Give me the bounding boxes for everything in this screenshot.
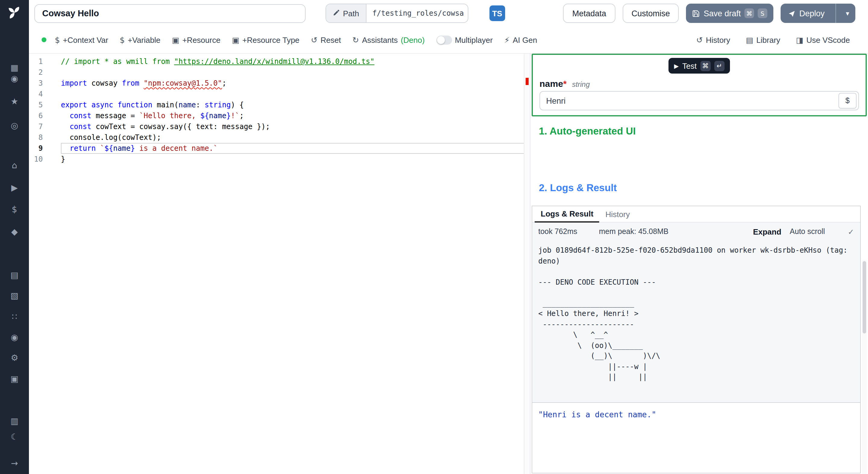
cmd-key-chip: ⌘ <box>701 61 711 71</box>
ai-gen-icon: ⚡ <box>504 35 510 44</box>
typescript-badge: TS <box>490 5 505 21</box>
check-icon: ✓ <box>848 227 854 236</box>
folders-icon[interactable]: ▧ <box>0 291 29 300</box>
mem-peak-label: mem peak: 45.08MB <box>599 227 669 236</box>
apps-icon[interactable]: ▦ <box>0 63 29 72</box>
add-resource-button[interactable]: ▣+Resource <box>172 35 220 44</box>
path-edit-button[interactable]: Path <box>326 4 367 22</box>
test-button[interactable]: ▶ Test ⌘ ↵ <box>669 58 730 73</box>
assistants-lang-label: (Deno) <box>401 35 425 44</box>
name-field-input[interactable] <box>540 96 838 105</box>
tab-history[interactable]: History <box>599 210 636 222</box>
workers-icon[interactable]: ▣ <box>0 374 29 384</box>
save-draft-button[interactable]: Save draft ⌘ S <box>686 4 773 23</box>
expand-button[interactable]: Expand <box>753 227 781 236</box>
topbar: Path f/testing_roles/cowsa TS Metadata C… <box>29 0 868 27</box>
settings-gear-icon[interactable]: ⚙ <box>0 353 29 362</box>
assistants-button[interactable]: ↻Assistants(Deno) <box>352 35 425 44</box>
script-name-input[interactable] <box>34 4 306 23</box>
code-line-4[interactable]: 4 <box>29 89 530 99</box>
customise-button[interactable]: Customise <box>622 4 679 23</box>
use-vscode-button[interactable]: ◨Use VScode <box>796 35 850 44</box>
code-line-7[interactable]: 7 const cowText = cowsay.say({ text: mes… <box>29 121 530 132</box>
editor-scrollbar[interactable] <box>524 54 530 474</box>
run-stats-bar: took 762ms mem peak: 45.08MB Expand Auto… <box>532 223 860 241</box>
run-form: ▶ Test ⌘ ↵ name * string $ <box>532 54 867 116</box>
scrollbar-thumb[interactable] <box>863 261 866 333</box>
add-resource-type-button[interactable]: ▣+Resource Type <box>232 35 299 44</box>
dark-mode-moon-icon[interactable]: ☾ <box>0 432 29 441</box>
dollar-icon: $ <box>55 35 60 44</box>
code-line-5[interactable]: 5export async function main(name: string… <box>29 99 530 110</box>
box-icon: ▣ <box>232 35 239 44</box>
home-icon[interactable]: ⌂ <box>0 160 29 170</box>
code-editor[interactable]: 1// import * as wmill from "https://deno… <box>29 54 530 474</box>
runs-play-icon[interactable]: ▶ <box>0 183 29 192</box>
line-number: 3 <box>29 78 61 89</box>
topbar-actions: Metadata Customise Save draft ⌘ S De <box>563 4 855 23</box>
dollar-icon: $ <box>120 35 125 44</box>
tab-logs-result[interactable]: Logs & Result <box>535 209 599 223</box>
code-line-2[interactable]: 2 <box>29 67 530 78</box>
duration-label: took 762ms <box>538 227 577 236</box>
code-line-6[interactable]: 6 const message = `Hello there, ${name}!… <box>29 110 530 121</box>
path-widget[interactable]: Path f/testing_roles/cowsa <box>326 4 468 23</box>
code-line-9[interactable]: 9 return `${name} is a decent name.` <box>29 143 530 154</box>
reset-button[interactable]: ↺Reset <box>311 35 341 44</box>
test-label: Test <box>682 61 697 70</box>
deploy-button[interactable]: Deploy ▾ <box>781 4 855 23</box>
add-context-var-button[interactable]: $+Context Var <box>55 35 108 44</box>
toolbar-right: ↺History ▤Library ◨Use VScode <box>696 35 850 44</box>
field-type-label: string <box>572 80 590 89</box>
library-button[interactable]: ▤Library <box>746 35 780 44</box>
field-name-label: name <box>539 79 563 89</box>
error-marker <box>526 78 529 85</box>
path-value[interactable]: f/testing_roles/cowsa <box>367 4 468 22</box>
rocket-icon <box>788 9 796 17</box>
line-number: 1 <box>29 56 61 67</box>
code-line-10[interactable]: 10} <box>29 154 530 165</box>
name-field-wrapper: $ <box>539 91 859 110</box>
line-number: 9 <box>29 143 61 154</box>
resources-icon[interactable]: ◆ <box>0 227 29 236</box>
variables-dollar-icon[interactable]: $ <box>0 204 29 214</box>
shared-users-icon[interactable]: ◎ <box>0 121 29 130</box>
docs-icon[interactable]: ▥ <box>0 416 29 426</box>
path-label: Path <box>343 9 359 18</box>
deploy-label: Deploy <box>799 9 825 18</box>
save-icon <box>692 9 700 17</box>
box-icon: ▣ <box>172 35 179 44</box>
deploy-dropdown-button[interactable]: ▾ <box>840 4 855 23</box>
add-variable-button[interactable]: $+Variable <box>120 35 160 44</box>
vscode-icon: ◨ <box>796 35 804 44</box>
result-tabs: Logs & Result History <box>532 206 860 223</box>
code-line-3[interactable]: 3import cowsay from "npm:cowsay@1.5.0"; <box>29 78 530 89</box>
cmd-key-chip: ⌘ <box>744 8 754 18</box>
right-panel: ▶ Test ⌘ ↵ name * string $ <box>530 54 868 474</box>
insert-variable-button[interactable]: $ <box>838 93 857 109</box>
windmill-logo-icon[interactable] <box>7 5 22 23</box>
history-button[interactable]: ↺History <box>696 35 730 44</box>
panel-scrollbar[interactable] <box>862 260 867 474</box>
line-number: 4 <box>29 89 61 99</box>
code-line-1[interactable]: 1// import * as wmill from "https://deno… <box>29 56 530 67</box>
status-dot <box>41 37 46 42</box>
code-line-8[interactable]: 8 console.log(cowText); <box>29 132 530 143</box>
line-number: 6 <box>29 110 61 121</box>
audit-eye-icon[interactable]: ◉ <box>0 332 29 342</box>
line-number: 7 <box>29 121 61 132</box>
deploy-main[interactable]: Deploy <box>781 4 832 23</box>
schedules-calendar-icon[interactable]: ▤ <box>0 270 29 280</box>
ai-gen-button[interactable]: ⚡AI Gen <box>504 35 537 44</box>
line-number: 2 <box>29 67 61 78</box>
enter-key-chip: ↵ <box>714 61 724 71</box>
expand-sidebar-arrow-icon[interactable]: → <box>0 458 29 468</box>
groups-icon[interactable]: ∷ <box>0 312 29 321</box>
line-number: 10 <box>29 154 61 165</box>
metadata-button[interactable]: Metadata <box>563 4 615 23</box>
content: 1// import * as wmill from "https://deno… <box>29 54 868 474</box>
multiplayer-toggle[interactable] <box>436 35 452 44</box>
user-icon[interactable]: ◉ <box>0 73 29 83</box>
auto-scroll-toggle[interactable]: Auto scroll <box>789 227 825 236</box>
favorites-star-icon[interactable]: ★ <box>0 96 29 106</box>
